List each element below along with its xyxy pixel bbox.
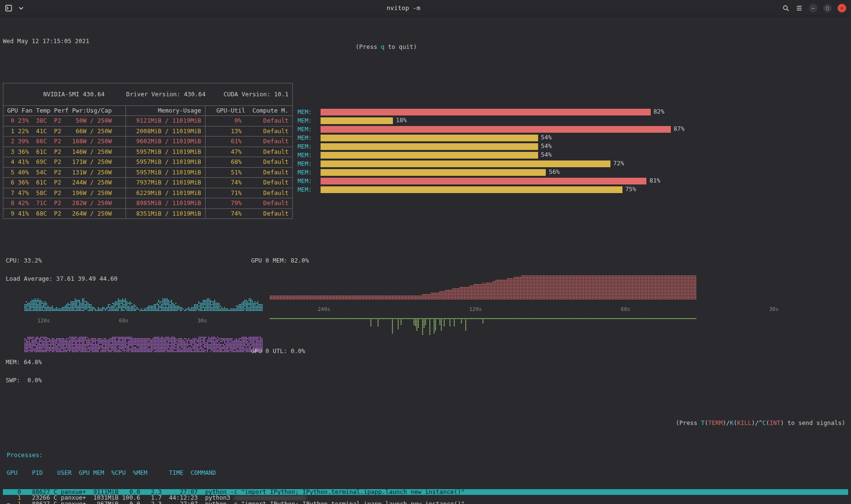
svg-rect-900 xyxy=(36,341,37,342)
svg-rect-479 xyxy=(164,298,165,299)
svg-rect-3330 xyxy=(517,297,518,298)
svg-rect-3586 xyxy=(539,291,540,292)
svg-rect-3676 xyxy=(546,284,547,285)
svg-rect-1267 xyxy=(92,343,93,344)
svg-rect-3126 xyxy=(497,296,498,297)
svg-rect-5843 xyxy=(625,318,626,319)
minimize-button[interactable]: — xyxy=(809,4,817,12)
svg-rect-5581 xyxy=(412,318,413,319)
svg-rect-3378 xyxy=(521,297,522,298)
svg-rect-2940 xyxy=(474,291,475,292)
svg-rect-4871 xyxy=(646,277,647,278)
svg-rect-3213 xyxy=(506,291,506,292)
svg-rect-4718 xyxy=(633,277,634,278)
svg-rect-1542 xyxy=(135,348,136,349)
svg-rect-3613 xyxy=(540,277,541,278)
svg-rect-1445 xyxy=(121,351,122,352)
svg-rect-1149 xyxy=(75,347,76,348)
svg-rect-3603 xyxy=(540,291,541,292)
svg-rect-701 xyxy=(233,310,234,311)
svg-rect-499 xyxy=(168,307,169,308)
svg-rect-3203 xyxy=(504,286,505,286)
svg-rect-3669 xyxy=(546,294,547,295)
svg-rect-4888 xyxy=(648,277,649,278)
svg-rect-1999 xyxy=(204,337,205,338)
svg-rect-5082 xyxy=(665,291,666,292)
svg-rect-4747 xyxy=(636,284,637,285)
svg-rect-3337 xyxy=(517,287,518,288)
svg-rect-4298 xyxy=(599,294,600,295)
chevron-down-icon[interactable] xyxy=(17,4,25,12)
close-button[interactable]: ✕ xyxy=(838,4,846,12)
svg-rect-378 xyxy=(129,310,130,311)
svg-rect-5197 xyxy=(675,297,676,298)
menu-icon[interactable] xyxy=(795,4,803,12)
svg-rect-3176 xyxy=(501,284,502,285)
svg-rect-272 xyxy=(98,307,99,308)
svg-rect-703 xyxy=(234,310,235,311)
svg-rect-2075 xyxy=(217,345,218,346)
svg-rect-1522 xyxy=(132,350,133,351)
svg-rect-2408 xyxy=(287,297,288,298)
svg-rect-3386 xyxy=(521,286,522,286)
terminal-icon[interactable] xyxy=(5,4,12,12)
svg-rect-2402 xyxy=(284,297,285,298)
svg-rect-3257 xyxy=(510,291,511,292)
svg-rect-4719 xyxy=(633,275,634,276)
svg-rect-3509 xyxy=(531,280,532,281)
svg-rect-5019 xyxy=(659,284,660,285)
svg-rect-579 xyxy=(198,309,199,309)
svg-rect-4190 xyxy=(589,278,590,279)
svg-rect-3768 xyxy=(554,298,555,299)
svg-rect-475 xyxy=(164,304,165,305)
svg-rect-5 xyxy=(24,306,25,307)
svg-rect-1669 xyxy=(154,340,155,341)
svg-rect-2170 xyxy=(233,347,234,348)
svg-rect-3507 xyxy=(531,283,532,284)
svg-rect-4344 xyxy=(602,277,603,278)
svg-rect-1554 xyxy=(137,343,138,344)
svg-rect-2525 xyxy=(343,297,344,298)
process-row[interactable]: = 1 88627 C panxue+ 967MiB 0.0 2.3 27:07… xyxy=(3,501,848,504)
svg-rect-698 xyxy=(230,309,231,309)
svg-rect-3796 xyxy=(556,283,557,284)
svg-rect-3452 xyxy=(527,288,528,289)
svg-rect-829 xyxy=(26,351,27,352)
svg-rect-1355 xyxy=(106,343,107,344)
svg-rect-1386 xyxy=(112,348,113,349)
svg-rect-3008 xyxy=(483,288,483,289)
svg-rect-1130 xyxy=(72,345,73,346)
svg-rect-3986 xyxy=(572,278,573,279)
svg-rect-2623 xyxy=(391,298,391,299)
svg-rect-3545 xyxy=(534,277,535,278)
svg-rect-5409 xyxy=(692,286,693,286)
svg-rect-554 xyxy=(188,309,189,309)
svg-rect-1064 xyxy=(62,347,63,348)
svg-rect-185 xyxy=(75,306,76,307)
svg-rect-2674 xyxy=(415,298,416,299)
svg-rect-3222 xyxy=(507,298,508,299)
svg-rect-4413 xyxy=(608,275,609,276)
svg-rect-4717 xyxy=(633,278,634,279)
svg-rect-705 xyxy=(236,310,237,311)
svg-rect-4211 xyxy=(592,297,593,298)
maximize-button[interactable]: □ xyxy=(823,4,832,12)
svg-rect-4463 xyxy=(612,277,613,278)
svg-rect-4239 xyxy=(593,281,594,282)
svg-rect-834 xyxy=(26,344,27,345)
svg-rect-442 xyxy=(157,309,158,309)
svg-rect-4508 xyxy=(616,286,617,286)
svg-rect-328 xyxy=(118,300,119,301)
svg-rect-3922 xyxy=(567,297,568,298)
svg-rect-2101 xyxy=(221,344,222,345)
svg-rect-2900 xyxy=(468,293,469,294)
svg-rect-2394 xyxy=(280,296,281,297)
svg-rect-604 xyxy=(204,307,205,308)
gpu-row: 6 36% 61C P2 244W / 250W7937MiB / 11019M… xyxy=(3,178,293,188)
svg-rect-4908 xyxy=(651,297,652,298)
svg-rect-112 xyxy=(47,307,48,308)
svg-rect-4994 xyxy=(658,296,659,297)
svg-rect-1886 xyxy=(185,338,186,339)
search-icon[interactable] xyxy=(782,4,790,12)
mem-bar: 87% xyxy=(321,126,723,133)
